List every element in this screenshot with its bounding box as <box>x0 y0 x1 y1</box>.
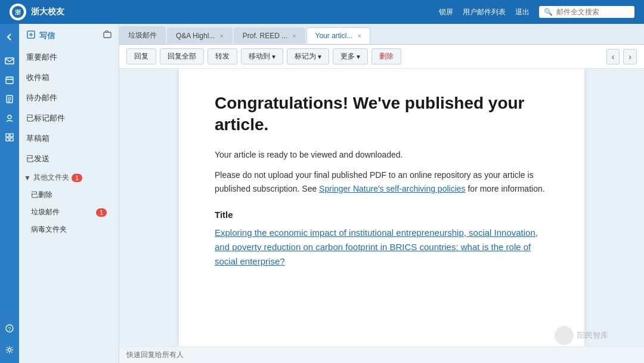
svg-rect-11 <box>6 138 9 141</box>
userlist-btn[interactable]: 用户邮件列表 <box>463 7 506 17</box>
svg-rect-12 <box>10 138 13 141</box>
grid-icon-btn[interactable] <box>1 129 18 146</box>
delete-label: 删除 <box>379 51 394 61</box>
move-button[interactable]: 移动到 ▾ <box>241 48 283 64</box>
sidebar-item-draft[interactable]: 草稿箱 <box>19 128 119 149</box>
email-section-title: Title <box>215 210 549 220</box>
logo-text: 浙大校友 <box>31 7 64 17</box>
email-content: Congratulations! We've published your ar… <box>179 69 584 346</box>
sidebar-group-other: ▼ 其他文件夹 1 <box>19 169 119 186</box>
svg-text:浙: 浙 <box>15 9 21 16</box>
svg-rect-9 <box>6 134 9 137</box>
chevron-down-icon: ▼ <box>24 174 31 182</box>
back-icon-btn[interactable] <box>1 29 18 45</box>
contacts-icon-btn[interactable] <box>1 110 18 127</box>
tab-qa-label: Q&A Highl... <box>176 32 215 40</box>
sidebar-item-flagged[interactable]: 已标记邮件 <box>19 108 119 128</box>
svg-rect-2 <box>5 58 14 64</box>
sidebar-item-inbox-label: 收件箱 <box>26 72 112 83</box>
email-paragraph2: Please do not upload your final publishe… <box>215 168 549 195</box>
svg-rect-19 <box>104 32 111 38</box>
search-icon: 🔍 <box>544 8 553 16</box>
move-chevron-icon: ▾ <box>272 53 275 61</box>
svg-rect-10 <box>10 134 13 137</box>
email-paragraph1: Your article is ready to be viewed and d… <box>215 148 549 161</box>
tab-your-article-label: Your articl... <box>315 32 353 40</box>
sidebar-group-label: 其他文件夹 <box>33 173 69 183</box>
sidebar-item-flagged-label: 已标记邮件 <box>26 113 112 124</box>
sidebar-item-important-label: 重要邮件 <box>26 52 112 63</box>
sidebar-item-inbox[interactable]: 收件箱 <box>19 67 119 88</box>
article-title-link[interactable]: Exploring the economic impact of institu… <box>215 227 538 266</box>
delete-button[interactable]: 删除 <box>371 48 401 64</box>
topbar-right: 锁屏 用户邮件列表 退出 🔍 <box>439 6 634 18</box>
tab-prof-reed-label: Prof. REED ... <box>243 32 287 40</box>
sidebar-nav: 写信 重要邮件 收件箱 待办邮件 已标记邮件 草稿箱 已发 <box>19 24 119 363</box>
logo: 浙 浙大校友 <box>10 4 64 20</box>
tab-your-article[interactable]: Your articl... × <box>306 27 370 44</box>
search-box[interactable]: 🔍 <box>539 6 634 18</box>
sidebar-action-icon[interactable] <box>103 30 112 41</box>
help-icon-btn[interactable]: ? <box>1 320 18 337</box>
compose-icon <box>26 30 36 41</box>
sidebar-item-spam[interactable]: 垃圾邮件 1 <box>19 204 119 221</box>
other-folder-badge: 1 <box>72 174 82 182</box>
topbar: 浙 浙大校友 锁屏 用户邮件列表 退出 🔍 <box>0 0 644 24</box>
sidebar-item-virus[interactable]: 病毒文件夹 <box>19 221 119 238</box>
svg-rect-3 <box>6 77 13 84</box>
mark-chevron-icon: ▾ <box>318 53 321 61</box>
search-input[interactable] <box>556 8 628 16</box>
lock-btn[interactable]: 锁屏 <box>439 7 453 17</box>
calendar-icon-btn[interactable] <box>1 72 18 88</box>
move-label: 移动到 <box>249 51 270 61</box>
sidebar-item-pending-label: 待办邮件 <box>26 93 112 103</box>
next-email-button[interactable]: › <box>623 49 637 64</box>
mark-button[interactable]: 标记为 ▾ <box>287 48 329 64</box>
email-status-bar: 快速回复给所有人 <box>119 346 644 363</box>
notes-icon-btn[interactable] <box>1 91 18 107</box>
tab-prof-reed-close[interactable]: × <box>292 32 296 39</box>
mark-label: 标记为 <box>295 51 316 61</box>
sidebar-item-sent[interactable]: 已发送 <box>19 149 119 169</box>
email-body: Congratulations! We've published your ar… <box>119 69 644 346</box>
springer-link[interactable]: Springer Nature's self-archiving policie… <box>319 184 465 193</box>
sidebar-item-pending[interactable]: 待办邮件 <box>19 88 119 108</box>
sidebar-item-deleted-label: 已删除 <box>31 190 52 200</box>
tab-spam-label: 垃圾邮件 <box>128 30 157 41</box>
email-toolbar: 回复 回复全部 转发 移动到 ▾ 标记为 ▾ 更多 ▾ <box>119 45 644 69</box>
more-button[interactable]: 更多 ▾ <box>333 48 368 64</box>
logo-icon: 浙 <box>10 4 26 20</box>
sidebar-item-draft-label: 草稿箱 <box>26 133 112 144</box>
svg-point-8 <box>8 115 11 119</box>
spam-badge: 1 <box>96 208 107 217</box>
reply-all-button[interactable]: 回复全部 <box>160 48 204 64</box>
reply-button[interactable]: 回复 <box>126 48 156 64</box>
compose-button[interactable]: 写信 <box>26 30 55 41</box>
more-label: 更多 <box>340 51 355 61</box>
more-chevron-icon: ▾ <box>357 53 360 61</box>
email-para2-after: for more information. <box>466 184 545 193</box>
svg-point-15 <box>8 349 11 352</box>
settings-icon-btn[interactable] <box>1 342 18 358</box>
logout-btn[interactable]: 退出 <box>515 7 530 17</box>
prev-email-button[interactable]: ‹ <box>606 49 620 64</box>
tab-your-article-close[interactable]: × <box>358 32 361 39</box>
tab-qa[interactable]: Q&A Highl... × <box>167 27 233 44</box>
reply-label: 回复 <box>134 51 148 61</box>
sidebar-icon-panel: ? <box>0 24 19 363</box>
forward-button[interactable]: 转发 <box>208 48 237 64</box>
tab-qa-close[interactable]: × <box>219 32 223 39</box>
mail-icon-btn[interactable] <box>1 53 18 69</box>
tab-spam[interactable]: 垃圾邮件 <box>119 26 166 44</box>
sidebar-item-virus-label: 病毒文件夹 <box>31 224 67 235</box>
reply-all-label: 回复全部 <box>168 51 196 61</box>
sidebar-item-important[interactable]: 重要邮件 <box>19 47 119 67</box>
sidebar-header: 写信 <box>19 24 119 47</box>
content-area: 垃圾邮件 Q&A Highl... × Prof. REED ... × You… <box>119 24 644 363</box>
email-headline: Congratulations! We've published your ar… <box>215 93 549 136</box>
tab-prof-reed[interactable]: Prof. REED ... × <box>234 27 305 44</box>
sidebar-item-deleted[interactable]: 已删除 <box>19 186 119 204</box>
svg-text:?: ? <box>8 326 11 332</box>
tabs-bar: 垃圾邮件 Q&A Highl... × Prof. REED ... × You… <box>119 24 644 45</box>
sidebar-item-sent-label: 已发送 <box>26 153 112 164</box>
